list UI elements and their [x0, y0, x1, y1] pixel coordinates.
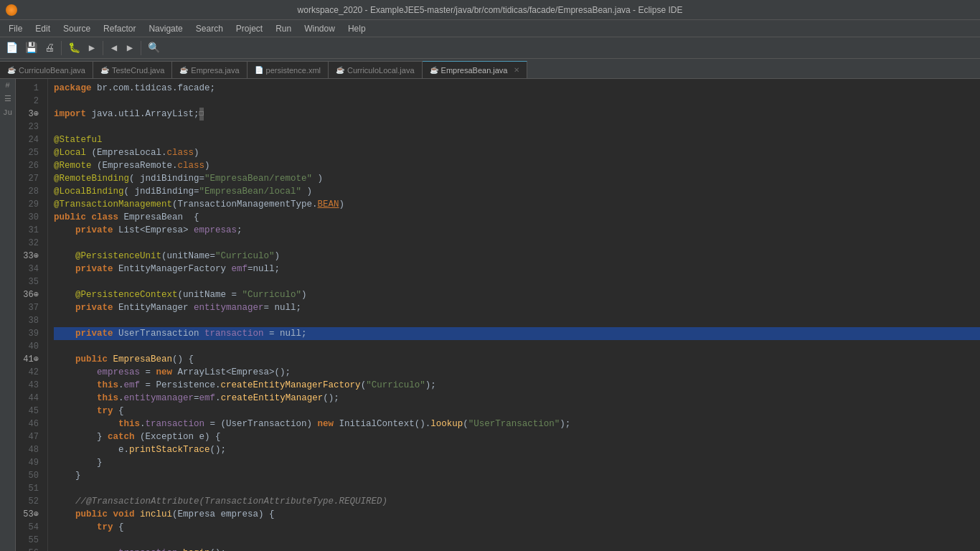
line-31: 31 [16, 224, 43, 237]
line-40: 40 [16, 340, 43, 353]
editor-tabs: ☕ CurriculoBean.java ☕ TesteCrud.java ☕ … [0, 59, 980, 79]
tab-label: Empresa.java [191, 66, 239, 75]
line-28: 28 [16, 185, 43, 198]
tab-label: CurriculoBean.java [19, 66, 85, 75]
code-content[interactable]: package br.com.tidicas.facade; import ja… [48, 79, 980, 551]
line-49: 49 [16, 456, 43, 469]
tab-icon: ☕ [179, 66, 188, 74]
menu-item-refactor[interactable]: Refactor [98, 22, 141, 35]
code-line-45: try { [54, 405, 980, 418]
line-43: 43 [16, 379, 43, 392]
back-btn[interactable]: ◀ [107, 40, 121, 56]
editor-container: # ☰ Ju 1 2 3⊕ 23 24 25 26 27 28 29 30 31… [0, 79, 980, 551]
tab-testecrud[interactable]: ☕ TesteCrud.java [93, 61, 172, 78]
tab-curriculolocal[interactable]: ☕ CurriculoLocal.java [329, 61, 423, 78]
code-line-33: @PersistenceUnit(unitName="Curriculo") [54, 250, 980, 263]
code-line-23 [54, 121, 980, 133]
tab-icon: ☕ [7, 66, 16, 74]
menu-item-search[interactable]: Search [190, 22, 229, 35]
line-1: 1 [16, 82, 43, 95]
menu-item-help[interactable]: Help [342, 22, 372, 35]
code-line-56: transaction.begin(); [54, 547, 980, 551]
code-line-51 [54, 482, 980, 495]
line-34: 34 [16, 263, 43, 276]
code-line-3: import java.util.ArrayList;□ [54, 108, 980, 121]
tab-close-icon[interactable]: ✕ [514, 66, 519, 74]
menu-item-edit[interactable]: Edit [29, 22, 56, 35]
line-53: 53⊕ [16, 508, 43, 521]
code-line-39: private UserTransaction transaction = nu… [54, 327, 980, 340]
code-line-29: @TransactionManagement(TransactionManage… [54, 198, 980, 211]
line-51: 51 [16, 482, 43, 495]
margin-icon-ju[interactable]: Ju [3, 109, 12, 117]
line-48: 48 [16, 443, 43, 456]
menu-item-source[interactable]: Source [57, 22, 96, 35]
new-btn[interactable]: 📄 [3, 40, 21, 56]
sep1 [61, 41, 62, 55]
debug-btn[interactable]: 🐛 [65, 40, 83, 56]
menu-item-file[interactable]: File [3, 22, 28, 35]
code-line-24: @Stateful [54, 133, 980, 146]
tab-label: persistence.xml [266, 66, 321, 75]
line-23: 23 [16, 121, 43, 133]
code-line-35 [54, 276, 980, 288]
tab-label: CurriculoLocal.java [347, 66, 415, 75]
line-33: 33⊕ [16, 250, 43, 263]
tab-curriculobean[interactable]: ☕ CurriculoBean.java [0, 61, 93, 78]
menu-item-run[interactable]: Run [270, 22, 297, 35]
tab-icon: ☕ [100, 66, 109, 74]
margin-icon-hash[interactable]: # [5, 82, 10, 90]
code-line-44: this.entitymanager=emf.createEntityManag… [54, 392, 980, 405]
tab-icon: 📄 [255, 66, 263, 74]
menu-item-navigate[interactable]: Navigate [143, 22, 188, 35]
line-25: 25 [16, 146, 43, 159]
tab-persistence[interactable]: 📄 persistence.xml [248, 61, 329, 78]
line-54: 54 [16, 521, 43, 534]
line-56: 56 [16, 547, 43, 551]
margin-icon-list[interactable]: ☰ [4, 95, 11, 103]
tab-icon: ☕ [336, 66, 344, 74]
app-icon [6, 4, 17, 16]
tab-empresa[interactable]: ☕ Empresa.java [172, 61, 247, 78]
code-line-37: private EntityManager entitymanager= nul… [54, 301, 980, 314]
tab-icon: ☕ [430, 66, 438, 74]
left-margin: # ☰ Ju [0, 79, 16, 551]
line-26: 26 [16, 159, 43, 172]
print-btn[interactable]: 🖨 [42, 40, 57, 56]
save-btn[interactable]: 💾 [22, 40, 40, 56]
code-line-32 [54, 237, 980, 250]
line-2: 2 [16, 95, 43, 108]
titlebar: workspace_2020 - ExampleJEE5-master/java… [0, 0, 980, 20]
code-line-1: package br.com.tidicas.facade; [54, 82, 980, 95]
code-line-25: @Local (EmpresaLocal.class) [54, 146, 980, 159]
code-line-55 [54, 534, 980, 547]
line-47: 47 [16, 430, 43, 443]
code-line-42: empresas = new ArrayList<Empresa>(); [54, 366, 980, 379]
menu-item-window[interactable]: Window [298, 22, 341, 35]
line-24: 24 [16, 133, 43, 146]
line-29: 29 [16, 198, 43, 211]
line-41: 41⊕ [16, 353, 43, 366]
tab-label: EmpresaBean.java [441, 66, 508, 75]
forward-btn[interactable]: ▶ [123, 40, 137, 56]
code-line-28: @LocalBinding( jndiBinding="EmpresaBean/… [54, 185, 980, 198]
code-line-36: @PersistenceContext(unitName = "Curricul… [54, 288, 980, 301]
search-btn[interactable]: 🔍 [145, 40, 163, 56]
line-38: 38 [16, 314, 43, 327]
code-line-2 [54, 95, 980, 108]
line-55: 55 [16, 534, 43, 547]
tab-label: TesteCrud.java [112, 66, 164, 75]
run-btn[interactable]: ▶ [85, 40, 99, 56]
line-36: 36⊕ [16, 288, 43, 301]
toolbar: 📄 💾 🖨 🐛 ▶ ◀ ▶ 🔍 [0, 37, 980, 59]
code-line-52: //@TransactionAttribute(TransactionAttri… [54, 495, 980, 508]
line-46: 46 [16, 418, 43, 430]
menubar: FileEditSourceRefactorNavigateSearchProj… [0, 20, 980, 37]
tab-empresabean[interactable]: ☕ EmpresaBean.java ✕ [423, 61, 527, 78]
menu-item-project[interactable]: Project [230, 22, 268, 35]
code-line-50: } [54, 469, 980, 482]
code-line-43: this.emf = Persistence.createEntityManag… [54, 379, 980, 392]
title-text: workspace_2020 - ExampleJEE5-master/java… [298, 5, 683, 15]
line-50: 50 [16, 469, 43, 482]
code-editor: 1 2 3⊕ 23 24 25 26 27 28 29 30 31 32 33⊕… [16, 79, 980, 551]
